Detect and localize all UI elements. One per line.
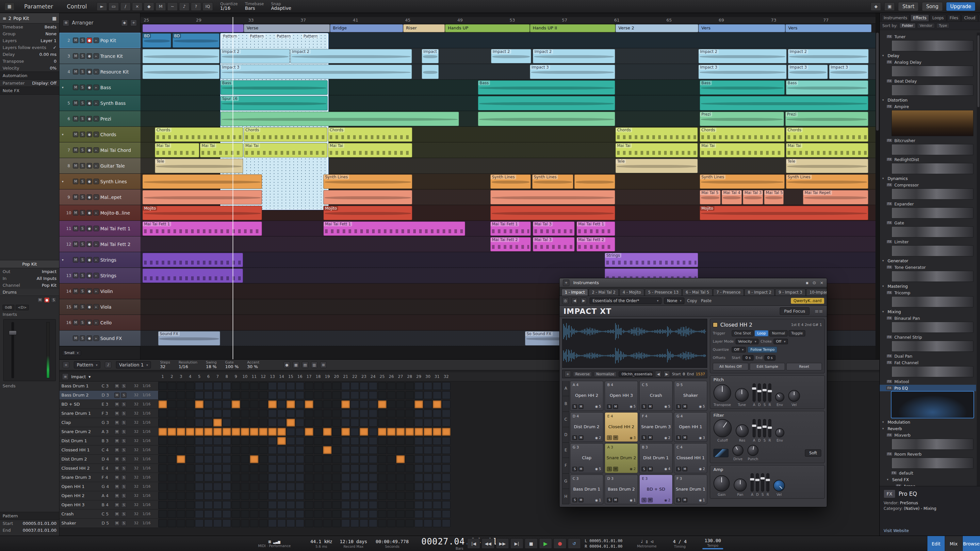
step-cell[interactable] — [332, 437, 341, 445]
step-cell[interactable] — [232, 519, 240, 527]
step-cell[interactable] — [350, 400, 359, 408]
step-cell[interactable] — [305, 400, 313, 408]
step-cell[interactable] — [268, 501, 277, 509]
paint-tool-icon[interactable]: ◆ — [144, 2, 154, 11]
step-cell[interactable] — [378, 391, 387, 399]
clip-mojito[interactable]: Mojito — [323, 206, 412, 220]
step-cell[interactable] — [250, 492, 258, 500]
pad-solo-button[interactable]: S — [676, 404, 681, 409]
step-cell[interactable] — [195, 391, 204, 399]
mute-button[interactable]: M — [73, 288, 78, 294]
listen-tool-icon[interactable]: ♪ — [179, 2, 189, 11]
step-cell[interactable] — [250, 391, 258, 399]
sample-waveform-display[interactable] — [562, 319, 707, 368]
step-cell[interactable] — [204, 446, 213, 454]
app-menu-icon[interactable]: ▦ — [5, 3, 14, 10]
step-cell[interactable] — [314, 464, 323, 472]
step-cell[interactable] — [223, 501, 231, 509]
pattern-field-steps[interactable]: Steps32 — [160, 360, 170, 369]
step-cell[interactable] — [314, 492, 323, 500]
subpreset-select[interactable]: None▾ — [664, 297, 684, 304]
expander-icon[interactable]: ▾ — [882, 427, 886, 430]
record-arm-button[interactable]: ● — [87, 257, 92, 263]
step-cell[interactable] — [241, 419, 249, 427]
bend-tool-icon[interactable]: ~ — [167, 2, 178, 11]
step-cell[interactable] — [396, 501, 405, 509]
clip-mai-tai[interactable]: Mai Tai — [200, 143, 243, 157]
step-cell[interactable] — [268, 419, 277, 427]
step-cell[interactable] — [415, 419, 423, 427]
step-cell[interactable] — [213, 501, 222, 509]
clip-synth-lines[interactable]: Synth Lines — [700, 175, 785, 189]
pad-open-hh-3[interactable]: B 4Open HH 3SM◉ 5 — [605, 381, 638, 411]
step-cell[interactable] — [286, 501, 295, 509]
track-row-violin[interactable]: 14MS●▸Violin — [59, 284, 140, 299]
step-cell[interactable] — [241, 510, 249, 518]
step-cell[interactable] — [387, 400, 396, 408]
clip-mai-tai[interactable]: Mai Tai — [328, 143, 412, 157]
mute-button[interactable]: M — [73, 38, 78, 43]
step-cell[interactable] — [195, 510, 204, 518]
pad-solo-button[interactable]: S — [607, 467, 612, 471]
clip-synth-lines[interactable]: Synth Lines — [323, 175, 412, 189]
quantize-value[interactable]: 1/16 — [220, 6, 238, 11]
bank-letter-c[interactable]: C — [562, 412, 570, 427]
step-cell[interactable] — [213, 382, 222, 390]
preview-beat-delay[interactable] — [891, 84, 974, 96]
step-cell[interactable] — [213, 510, 222, 518]
monitor-button[interactable]: ▸ — [94, 69, 99, 75]
preview-channel-strip[interactable] — [891, 341, 974, 352]
step-cell[interactable] — [204, 400, 213, 408]
step-cell[interactable] — [223, 428, 231, 436]
record-arm-button[interactable]: ● — [87, 241, 92, 247]
record-arm-button[interactable]: ● — [87, 320, 92, 325]
step-cell[interactable] — [186, 428, 194, 436]
step-cell[interactable] — [241, 391, 249, 399]
step-cell[interactable] — [305, 419, 313, 427]
pattern-row-header[interactable]: CrashC 5MS321/16 — [59, 510, 158, 519]
row-solo-button[interactable]: S — [121, 475, 126, 480]
step-cell[interactable] — [259, 391, 267, 399]
tree-group-generator[interactable]: ▾Generator — [880, 257, 976, 264]
step-cell[interactable] — [167, 446, 176, 454]
step-cell[interactable] — [442, 483, 450, 491]
track-row-mai-tai-chord[interactable]: 7MS●▸Mai Tai Chord — [59, 142, 140, 158]
step-cell[interactable] — [442, 446, 450, 454]
step-cell[interactable] — [305, 464, 313, 472]
row-solo-button[interactable]: S — [121, 521, 126, 526]
channel-solo-button[interactable]: S — [51, 297, 57, 303]
step-cell[interactable] — [268, 455, 277, 463]
tree-item-fat-channel[interactable]: FXFat Channel — [880, 359, 976, 366]
solo-button[interactable]: S — [80, 194, 85, 200]
pad-mute-button[interactable]: M — [579, 435, 584, 440]
step-cell[interactable] — [360, 473, 368, 481]
browser-tab-instruments[interactable]: Instruments — [881, 14, 910, 21]
step-cell[interactable] — [204, 391, 213, 399]
instrument-tab-9-impact-3[interactable]: 9 - Impact 3 — [775, 289, 805, 295]
reverse-button[interactable]: Reverse — [573, 372, 592, 377]
trigger-toggle[interactable]: Toggle — [789, 330, 805, 337]
expander-icon[interactable]: ▾ — [887, 478, 890, 481]
step-cell[interactable] — [296, 492, 304, 500]
step-cell[interactable] — [387, 410, 396, 418]
browser-tab-loops[interactable]: Loops — [930, 14, 947, 21]
browser-tab-files[interactable]: Files — [947, 14, 961, 21]
step-cell[interactable] — [204, 419, 213, 427]
step-cell[interactable] — [195, 473, 204, 481]
clip-mai-tal-5[interactable]: Mai Tal 5 — [764, 190, 784, 205]
next-sample-icon[interactable]: ▶ — [663, 371, 670, 377]
step-cell[interactable] — [332, 400, 341, 408]
snap-field[interactable]: SnapAdaptive — [271, 2, 291, 11]
clip-chords[interactable]: Chords — [700, 127, 785, 142]
step-cell[interactable] — [350, 437, 359, 445]
clip-audio[interactable] — [700, 96, 868, 110]
track-row-mojito-b-line[interactable]: 10MS●▸Mojito-B..line — [59, 205, 140, 221]
pattern-row-header[interactable]: BD + SDE 3MS321/16 — [59, 400, 158, 409]
step-cell[interactable] — [433, 455, 441, 463]
step-cell[interactable] — [268, 492, 277, 500]
visit-website-link[interactable]: Visit Website — [884, 529, 909, 533]
tree-item-limiter[interactable]: FXLimiter — [880, 238, 976, 245]
step-cell[interactable] — [277, 391, 286, 399]
pattern-row-header[interactable]: ShakerD 5MS321/16 — [59, 519, 158, 528]
clip-mai-tai[interactable]: Mai Tai — [616, 143, 698, 157]
